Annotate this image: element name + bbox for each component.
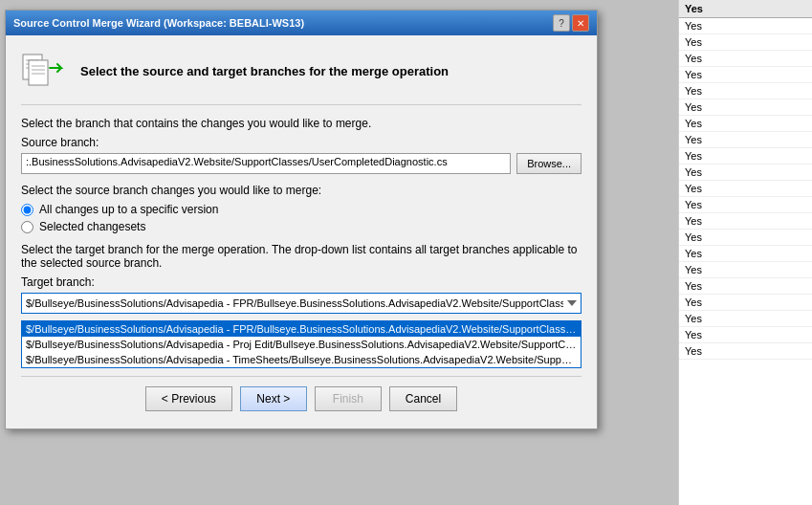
bg-table-header: Yes [679, 0, 812, 18]
radio-label-2: Selected changesets [39, 220, 145, 233]
bg-table-row: Yes [679, 51, 812, 67]
section1-label: Select the branch that contains the chan… [21, 117, 582, 130]
footer-buttons: < Previous Next > Finish Cancel [21, 376, 582, 417]
bg-table-row: Yes [679, 181, 812, 197]
cancel-button[interactable]: Cancel [389, 386, 457, 411]
merge-wizard-dialog: Source Control Merge Wizard (Workspace: … [5, 10, 598, 429]
bg-table-row: Yes [679, 67, 812, 83]
title-bar: Source Control Merge Wizard (Workspace: … [6, 11, 597, 35]
bg-table-row: Yes [679, 83, 812, 99]
bg-table-row: Yes [679, 295, 812, 311]
target-section: Target branch: $/Bullseye/BusinessSoluti… [21, 275, 582, 314]
bg-table-row: Yes [679, 230, 812, 246]
dropdown-list[interactable]: $/Bullseye/BusinessSolutions/Advisapedia… [21, 320, 582, 368]
bg-table-row: Yes [679, 99, 812, 116]
finish-button[interactable]: Finish [315, 386, 382, 411]
radio-item-1: All changes up to a specific version [21, 203, 582, 216]
bg-table-row: Yes [679, 343, 812, 360]
bg-table-row: Yes [679, 132, 812, 148]
header-text: Select the source and target branches fo… [80, 64, 449, 78]
browse-button[interactable]: Browse... [516, 153, 582, 174]
bg-table-row: Yes [679, 278, 812, 295]
next-button[interactable]: Next > [240, 386, 307, 411]
bg-table-row: Yes [679, 34, 812, 51]
source-branch-label: Source branch: [21, 136, 582, 149]
dialog-title: Source Control Merge Wizard (Workspace: … [13, 17, 304, 29]
svg-rect-4 [29, 60, 48, 85]
header-section: Select the source and target branches fo… [21, 47, 582, 105]
previous-button[interactable]: < Previous [145, 386, 232, 411]
bg-table-row: Yes [679, 116, 812, 132]
source-branch-input[interactable]: :.BusinessSolutions.AdvisapediaV2.Websit… [21, 153, 511, 174]
dropdown-list-item[interactable]: $/Bullseye/BusinessSolutions/Advisapedia… [22, 321, 581, 337]
bg-table-row: Yes [679, 246, 812, 262]
bg-table-row: Yes [679, 213, 812, 230]
bg-table-row: Yes [679, 262, 812, 278]
radio-group: All changes up to a specific version Sel… [21, 203, 582, 233]
bg-table-row: Yes [679, 327, 812, 343]
radio-all-changes[interactable] [21, 204, 33, 216]
merge-icon [21, 47, 69, 95]
radio-selected-changesets[interactable] [21, 221, 33, 233]
source-branch-row: :.BusinessSolutions.AdvisapediaV2.Websit… [21, 153, 582, 174]
dialog-body: Select the source and target branches fo… [6, 35, 597, 428]
title-bar-controls: ? ✕ [553, 14, 589, 32]
background-table: Yes YesYesYesYesYesYesYesYesYesYesYesYes… [678, 0, 812, 505]
target-branch-label: Target branch: [21, 275, 582, 289]
target-branch-dropdown[interactable]: $/Bullseye/BusinessSolutions/Advisapedia… [21, 293, 582, 314]
dropdown-list-item[interactable]: $/Bullseye/BusinessSolutions/Advisapedia… [22, 352, 581, 367]
radio-label-1: All changes up to a specific version [39, 203, 218, 216]
section3-label: Select the target branch for the merge o… [21, 243, 582, 270]
bg-table-row: Yes [679, 165, 812, 181]
bg-table-row: Yes [679, 148, 812, 165]
bg-table-row: Yes [679, 311, 812, 327]
dropdown-list-item[interactable]: $/Bullseye/BusinessSolutions/Advisapedia… [22, 337, 581, 352]
bg-table-row: Yes [679, 197, 812, 213]
radio-item-2: Selected changesets [21, 220, 582, 233]
close-button[interactable]: ✕ [572, 14, 589, 32]
section2-label: Select the source branch changes you wou… [21, 184, 582, 197]
help-button[interactable]: ? [553, 14, 570, 32]
bg-table-row: Yes [679, 18, 812, 34]
